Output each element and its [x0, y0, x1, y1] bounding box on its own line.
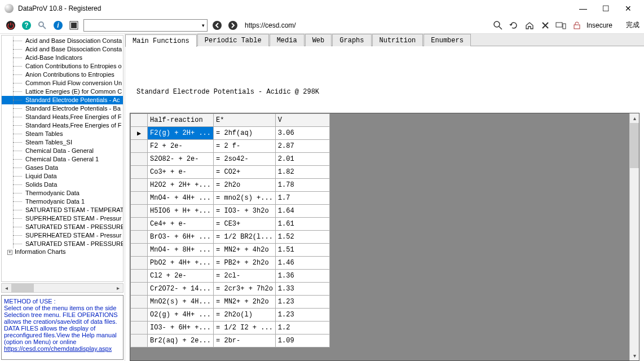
info-icon[interactable]: i: [52, 19, 64, 32]
svg-line-4: [43, 26, 46, 29]
reload-icon[interactable]: [508, 19, 520, 32]
svg-point-10: [228, 21, 237, 30]
done-label: 完成: [626, 20, 639, 30]
svg-line-12: [499, 27, 502, 29]
table-row[interactable]: O2(g) + 4H+ ...= 2h2o(l)1.23: [131, 309, 330, 322]
tree-item[interactable]: Acid and Base Dissociation Consta: [2, 37, 123, 45]
tree-item[interactable]: Acid-Base Indicators: [2, 54, 123, 62]
tree-item[interactable]: SUPERHEATED STEAM - Pressur: [2, 231, 123, 240]
sidebar: Acid and Base Dissociation ConstaAcid an…: [0, 34, 125, 361]
search-icon[interactable]: [36, 19, 48, 32]
table-row[interactable]: Co3+ + e-= CO2+1.82: [131, 166, 330, 179]
page-title: Standard Electrode Potentials - Acidic @…: [136, 88, 639, 96]
insecure-label: Insecure: [586, 21, 612, 29]
url-text: https://cesd.com/: [245, 21, 296, 29]
help-icon[interactable]: ?: [20, 19, 33, 32]
nav-tree[interactable]: Acid and Base Dissociation ConstaAcid an…: [1, 35, 123, 282]
table-row[interactable]: Br2(aq) + 2e...= 2br-1.09: [131, 334, 330, 347]
tree-item[interactable]: SUPERHEATED STEAM - Pressur: [2, 214, 123, 223]
table-row[interactable]: Cl2 + 2e-= 2cl-1.36: [131, 270, 330, 283]
grid-container: Half-reactionE*V▶F2(g) + 2H+ ...= 2hf(aq…: [130, 113, 639, 361]
grid-vscroll[interactable]: ▴▾: [629, 113, 639, 360]
tab-nutrition[interactable]: Nutrition: [372, 34, 424, 46]
help-link[interactable]: https://cesd.com/chemdatadisplay.aspx: [4, 345, 112, 352]
table-row[interactable]: MnO4- + 4H+ ...= mno2(s) +...1.7: [131, 192, 330, 205]
table-row[interactable]: BrO3- + 6H+ ...= 1/2 BR2(l...1.52: [131, 231, 330, 244]
tree-item[interactable]: Cation Contributions to Entropies o: [2, 62, 123, 71]
tree-item[interactable]: SATURATED STEAM - PRESSURE: [2, 240, 123, 248]
lock-open-icon[interactable]: [571, 19, 583, 32]
help-panel: METHOD of USE : Select one of the menu i…: [1, 295, 123, 360]
tree-item[interactable]: Liquid Data: [2, 172, 123, 180]
tree-item[interactable]: Steam Tables_SI: [2, 138, 123, 147]
data-grid[interactable]: Half-reactionE*V▶F2(g) + 2H+ ...= 2hf(aq…: [130, 113, 330, 347]
table-row[interactable]: MnO4- + 8H+ ...= MN2+ + 4h2o1.51: [131, 244, 330, 257]
content-area: Main FunctionsPeriodic TableMediaWebGrap…: [125, 34, 644, 361]
table-row[interactable]: H5IO6 + H+ +...= IO3- + 3h2o1.64: [131, 205, 330, 218]
toolbar: ? i ▾ https://cesd.com/ Insecure 完成: [0, 17, 644, 34]
tab-media[interactable]: Media: [270, 34, 305, 46]
nav-back-icon[interactable]: [211, 19, 223, 32]
devices-icon[interactable]: [555, 19, 567, 32]
zoom-icon[interactable]: [492, 19, 504, 32]
tree-hscroll[interactable]: ◂▸: [1, 283, 123, 293]
table-row[interactable]: S2O82- + 2e-= 2so42-2.01: [131, 153, 330, 166]
tab-enumbers[interactable]: Enumbers: [424, 34, 471, 46]
tree-item[interactable]: Standard Electrode Potentials - Ba: [2, 104, 123, 113]
nav-forward-icon[interactable]: [227, 19, 239, 32]
grid-header[interactable]: V: [275, 114, 329, 127]
tree-item[interactable]: Gases Data: [2, 164, 123, 172]
stop-icon[interactable]: [539, 19, 552, 32]
svg-rect-8: [71, 23, 77, 28]
close-button[interactable]: ✕: [617, 2, 639, 15]
home-icon[interactable]: [523, 19, 536, 32]
tree-item[interactable]: Acid and Base Dissociation Consta: [2, 45, 123, 54]
tree-item[interactable]: Thermodyanic Data 1: [2, 197, 123, 206]
tree-root-item[interactable]: +Information Charts: [2, 248, 123, 257]
tree-item[interactable]: Thermodyanic Data: [2, 189, 123, 197]
minimize-button[interactable]: —: [572, 2, 594, 15]
svg-point-9: [213, 21, 222, 30]
grid-header[interactable]: Half-reaction: [148, 114, 214, 127]
table-row[interactable]: Cr2O72- + 14...= 2cr3+ + 7h2o1.33: [131, 283, 330, 296]
svg-point-11: [494, 21, 500, 27]
app-icon: [5, 4, 14, 13]
tab-bar: Main FunctionsPeriodic TableMediaWebGrap…: [125, 34, 644, 46]
help-title: METHOD of USE :: [4, 298, 121, 305]
grid-header[interactable]: E*: [214, 114, 276, 127]
tree-item[interactable]: Chemical Data - General: [2, 147, 123, 155]
svg-rect-13: [556, 23, 562, 27]
table-row[interactable]: Ce4+ + e-= CE3+1.61: [131, 218, 330, 231]
tree-item[interactable]: Steam Tables: [2, 130, 123, 138]
table-row[interactable]: IO3- + 6H+ +...= 1/2 I2 + ...1.2: [131, 322, 330, 334]
tree-item[interactable]: Standard Electrode Potentials - Ac: [2, 96, 123, 104]
tab-web[interactable]: Web: [305, 34, 332, 46]
tab-periodic-table[interactable]: Periodic Table: [197, 34, 269, 46]
svg-rect-15: [574, 25, 580, 29]
table-row[interactable]: H2O2 + 2H+ +...= 2h2o1.78: [131, 179, 330, 192]
maximize-button[interactable]: ☐: [594, 2, 617, 15]
svg-rect-14: [563, 24, 566, 29]
help-body: Select one of the menu items on the side…: [4, 305, 118, 345]
tree-item[interactable]: Anion Contributions to Entropies: [2, 71, 123, 79]
power-icon[interactable]: [5, 19, 17, 32]
tree-item[interactable]: Lattice Energies (E) for Common C: [2, 87, 123, 96]
table-row[interactable]: F2 + 2e-= 2 f-2.87: [131, 140, 330, 153]
grid-header[interactable]: [131, 114, 148, 127]
table-row[interactable]: ▶F2(g) + 2H+ ...= 2hf(aq)3.06: [131, 127, 330, 140]
screen-icon[interactable]: [68, 19, 80, 32]
tree-item[interactable]: SATURATED STEAM - PRESSURE: [2, 223, 123, 231]
tree-item[interactable]: Chemical Data - General 1: [2, 155, 123, 164]
table-row[interactable]: PbO2 + 4H+ +...= PB2+ + 2h2o1.46: [131, 257, 330, 270]
tree-item[interactable]: Standard Heats,Free Energies of F: [2, 113, 123, 121]
address-combo[interactable]: ▾: [83, 19, 208, 32]
tree-item[interactable]: SATURATED STEAM - TEMPERAT: [2, 206, 123, 214]
main-panel: Standard Electrode Potentials - Acidic @…: [125, 46, 644, 361]
svg-point-3: [39, 22, 43, 27]
tab-main-functions[interactable]: Main Functions: [125, 34, 197, 47]
tree-item[interactable]: Common Fluid Flow conversion Un: [2, 79, 123, 87]
table-row[interactable]: MnO2(s) + 4H...= MN2+ + 2h2o1.23: [131, 296, 330, 309]
tree-item[interactable]: Standard Heats,Free Energies of F: [2, 121, 123, 130]
tree-item[interactable]: Solids Data: [2, 180, 123, 189]
tab-graphs[interactable]: Graphs: [332, 34, 371, 46]
